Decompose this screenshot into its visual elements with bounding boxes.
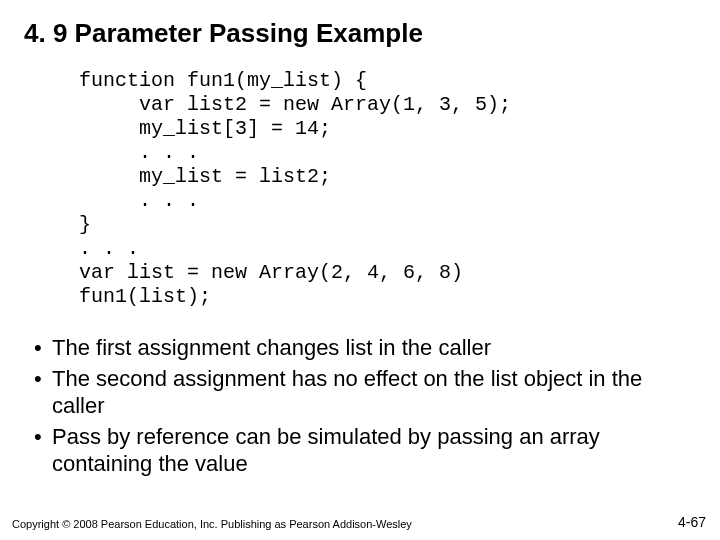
copyright-footer: Copyright © 2008 Pearson Education, Inc.… xyxy=(12,518,412,530)
bullet-item: The first assignment changes list in the… xyxy=(30,335,696,362)
slide: 4. 9 Parameter Passing Example function … xyxy=(0,0,720,540)
bullet-list: The first assignment changes list in the… xyxy=(30,335,696,477)
page-title: 4. 9 Parameter Passing Example xyxy=(24,18,696,49)
code-example: function fun1(my_list) { var list2 = new… xyxy=(79,69,696,309)
bullet-item: Pass by reference can be simulated by pa… xyxy=(30,424,696,478)
bullet-item: The second assignment has no effect on t… xyxy=(30,366,696,420)
page-number: 4-67 xyxy=(678,514,706,530)
